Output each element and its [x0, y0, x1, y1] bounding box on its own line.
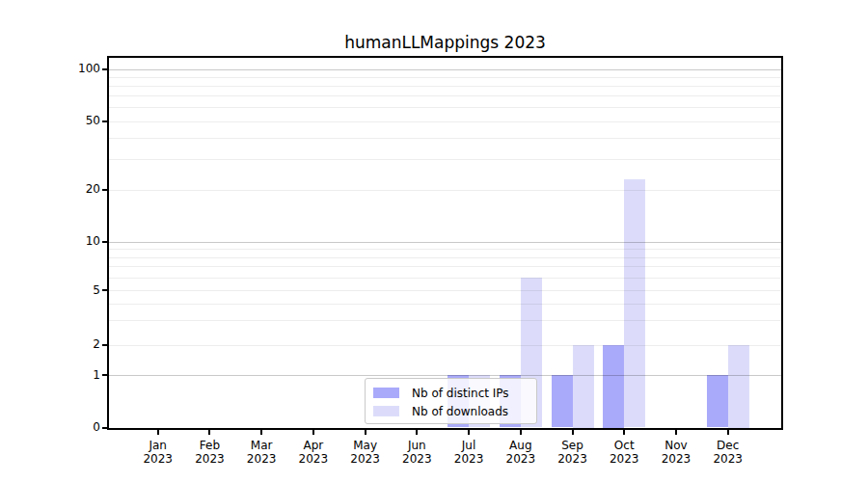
x-tick-month: Jul	[442, 440, 496, 453]
bar-downloads-dec	[728, 345, 749, 428]
y-tick-label-0: 0	[29, 420, 100, 435]
gridline-y-8	[109, 257, 781, 258]
spine-right	[781, 56, 783, 430]
y-tick-label-10: 10	[29, 234, 100, 249]
x-tick-may	[365, 430, 366, 435]
x-tick-label-jan: Jan2023	[131, 440, 185, 466]
bar-distinct-ips-oct	[603, 345, 624, 428]
y-tick-0	[102, 427, 107, 429]
gridline-y-70	[109, 95, 781, 96]
x-tick-year: 2023	[286, 453, 340, 467]
x-tick-jul	[468, 430, 470, 435]
x-tick-year: 2023	[390, 453, 444, 467]
gridline-y-10	[109, 242, 781, 243]
x-tick-year: 2023	[234, 453, 288, 467]
legend-swatch-distinct-ips	[373, 388, 399, 398]
y-tick-label-100: 100	[29, 62, 100, 76]
x-tick-aug	[520, 430, 522, 435]
x-tick-label-oct: Oct2023	[597, 440, 651, 466]
x-tick-month: Dec	[701, 440, 755, 453]
y-tick-50	[102, 120, 107, 122]
x-tick-mar	[260, 430, 262, 435]
x-tick-label-aug: Aug2023	[494, 440, 548, 466]
y-tick-20	[102, 189, 107, 191]
x-tick-month: Feb	[182, 440, 236, 453]
x-tick-month: Aug	[494, 440, 548, 453]
x-tick-label-jul: Jul2023	[442, 440, 496, 466]
x-tick-month: Jun	[390, 440, 444, 453]
y-tick-100	[102, 68, 107, 70]
x-tick-dec	[727, 430, 729, 435]
bar-distinct-ips-sep	[552, 375, 573, 427]
gridline-y-30	[109, 159, 781, 160]
y-tick-label-1: 1	[29, 368, 100, 383]
x-tick-label-jun: Jun2023	[390, 440, 444, 466]
x-tick-year: 2023	[131, 453, 185, 467]
x-tick-jun	[416, 430, 418, 435]
x-tick-jan	[157, 430, 159, 435]
x-tick-label-apr: Apr2023	[286, 440, 340, 466]
y-tick-1	[102, 374, 107, 376]
y-tick-label-5: 5	[29, 283, 100, 298]
x-tick-label-feb: Feb2023	[182, 440, 236, 466]
x-tick-year: 2023	[649, 453, 703, 467]
y-tick-label-50: 50	[29, 114, 100, 128]
gridline-y-1	[109, 375, 781, 376]
legend: Nb of distinct IPs Nb of downloads	[365, 378, 537, 424]
x-tick-month: May	[339, 440, 393, 453]
x-tick-label-mar: Mar2023	[234, 440, 288, 466]
legend-label-downloads: Nb of downloads	[412, 405, 508, 418]
bar-downloads-sep	[573, 345, 594, 428]
x-tick-year: 2023	[182, 453, 236, 467]
x-tick-oct	[623, 430, 625, 435]
y-tick-label-2: 2	[29, 337, 100, 352]
spine-left	[107, 56, 109, 430]
chart-title: humanLLMappings 2023	[109, 33, 781, 52]
gridline-y-3	[109, 320, 781, 321]
x-tick-year: 2023	[339, 453, 393, 467]
x-tick-year: 2023	[442, 453, 496, 467]
x-tick-sep	[572, 430, 574, 435]
x-tick-month: Sep	[546, 440, 600, 453]
y-tick-2	[102, 344, 107, 346]
x-tick-year: 2023	[546, 453, 600, 467]
x-tick-label-dec: Dec2023	[701, 440, 755, 466]
gridline-y-90	[109, 77, 781, 78]
y-tick-5	[102, 289, 107, 291]
x-tick-apr	[312, 430, 314, 435]
y-tick-label-20: 20	[29, 182, 100, 197]
gridline-y-100	[109, 69, 781, 70]
gridline-y-7	[109, 266, 781, 267]
x-tick-label-nov: Nov2023	[649, 440, 703, 466]
y-tick-10	[102, 241, 107, 243]
gridline-y-50	[109, 121, 781, 122]
x-tick-label-sep: Sep2023	[546, 440, 600, 466]
gridline-y-40	[109, 138, 781, 139]
x-tick-month: Mar	[234, 440, 288, 453]
plot-area	[109, 58, 781, 428]
x-tick-month: Apr	[286, 440, 340, 453]
x-tick-year: 2023	[701, 453, 755, 467]
gridline-y-4	[109, 304, 781, 305]
gridline-y-6	[109, 278, 781, 279]
legend-label-distinct-ips: Nb of distinct IPs	[412, 387, 509, 400]
gridline-y-60	[109, 107, 781, 108]
gridline-y-9	[109, 249, 781, 250]
x-tick-month: Nov	[649, 440, 703, 453]
x-tick-year: 2023	[494, 453, 548, 467]
gridline-y-80	[109, 86, 781, 87]
bar-distinct-ips-dec	[707, 375, 728, 427]
x-tick-feb	[208, 430, 210, 435]
gridline-y-20	[109, 190, 781, 191]
legend-item-downloads: Nb of downloads	[373, 402, 536, 420]
spine-top	[107, 56, 783, 58]
x-tick-label-may: May2023	[339, 440, 393, 466]
x-tick-year: 2023	[597, 453, 651, 467]
gridline-y-2	[109, 345, 781, 346]
x-tick-month: Oct	[597, 440, 651, 453]
x-tick-nov	[675, 430, 677, 435]
chart: humanLLMappings 2023 Nb of distinct IPs …	[0, 0, 868, 482]
x-tick-month: Jan	[131, 440, 185, 453]
legend-swatch-downloads	[373, 406, 399, 416]
legend-item-distinct-ips: Nb of distinct IPs	[373, 384, 536, 402]
